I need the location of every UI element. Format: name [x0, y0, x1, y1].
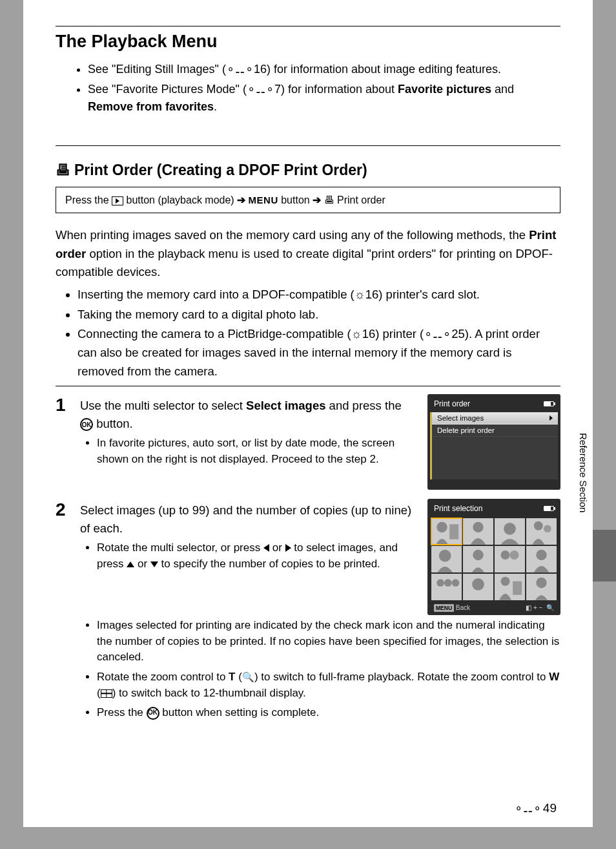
- svg-point-17: [536, 578, 546, 588]
- step-number: 2: [56, 499, 74, 521]
- list-item: Connecting the camera to a PictBridge-co…: [77, 325, 560, 381]
- step-head: 1 Use the multi selector to select Selec…: [56, 394, 415, 433]
- page-title: The Playback Menu: [56, 32, 560, 52]
- svg-rect-16: [513, 582, 522, 595]
- svg-point-13: [452, 579, 460, 587]
- ref-icon: ⚬⚋⚬: [424, 328, 451, 341]
- up-arrow-icon: [127, 561, 134, 567]
- ref-icon: ⚬⚋⚬: [514, 802, 542, 815]
- menu-item-selected: Select images: [432, 412, 558, 424]
- menu-item: Delete print order: [432, 424, 558, 437]
- thumbnail: [463, 574, 493, 600]
- screenshot-title: Print order: [434, 399, 470, 408]
- list-item: Rotate the multi selector, or press or t…: [97, 540, 415, 572]
- svg-point-10: [536, 550, 546, 560]
- camera-screenshot-print-selection: Print selection: [427, 499, 560, 615]
- down-arrow-icon: [150, 561, 158, 567]
- list-item: Images selected for printing are indicat…: [97, 618, 560, 666]
- list-item: In favorite pictures, auto sort, or list…: [97, 435, 415, 467]
- thumbnail: [495, 546, 525, 572]
- step-content: 2 Select images (up to 99) and the numbe…: [56, 499, 415, 615]
- thumbnail: [431, 574, 462, 600]
- paragraph: When printing images saved on the memory…: [56, 226, 560, 282]
- screenshot-footer: MENU Back ◧ + − 🔍: [430, 602, 558, 613]
- svg-point-0: [436, 522, 447, 532]
- thumbnail: [463, 518, 493, 545]
- thumbnail: [495, 574, 525, 600]
- svg-point-14: [472, 578, 484, 591]
- step-head: 2 Select images (up to 99) and the numbe…: [56, 499, 415, 538]
- svg-rect-1: [449, 525, 458, 540]
- thumbnail: [526, 518, 557, 545]
- playback-icon: [112, 196, 123, 205]
- page-content: The Playback Menu See "Editing Still Ima…: [23, 26, 593, 721]
- thumbnail-grid: [430, 517, 558, 602]
- print-icon: 🖶: [324, 194, 334, 205]
- screenshot-header: Print order: [430, 397, 558, 412]
- list-item: See "Favorite Pictures Mode" (⚬⚋⚬7) for …: [88, 81, 560, 116]
- svg-point-2: [473, 522, 483, 532]
- thumbnail: [526, 574, 557, 600]
- left-arrow-icon: [263, 544, 269, 552]
- camera-screenshot-print-order: Print order Select images Delete print o…: [427, 394, 560, 490]
- svg-point-12: [444, 579, 452, 587]
- step-sublist: Rotate the multi selector, or press or t…: [97, 540, 415, 572]
- thumbnail: [495, 518, 525, 545]
- screenshot-menu: Select images Delete print order: [430, 412, 558, 479]
- arrow-right-icon: ➔: [313, 194, 321, 206]
- thumbnail: [463, 546, 493, 572]
- svg-point-15: [500, 577, 509, 586]
- grid-icon: [101, 689, 112, 698]
- magnifier-icon: 🔍: [242, 671, 254, 682]
- side-tab-label: Reference Section: [578, 433, 589, 512]
- step2-continued-list: Images selected for printing are indicat…: [97, 618, 560, 721]
- svg-point-11: [436, 579, 444, 587]
- svg-point-5: [544, 525, 551, 533]
- brightness-icon: ☼: [354, 288, 365, 301]
- divider-top: [56, 26, 560, 26]
- step-content: 1 Use the multi selector to select Selec…: [56, 394, 415, 490]
- battery-icon: [544, 506, 554, 511]
- arrow-right-icon: ➔: [237, 194, 245, 206]
- intro-list: See "Editing Still Images" (⚬⚋⚬16) for i…: [88, 61, 560, 116]
- controls-label: ◧ + − 🔍: [526, 604, 554, 611]
- manual-page: The Playback Menu See "Editing Still Ima…: [23, 0, 593, 827]
- thumbnail: [431, 518, 462, 545]
- thumbnail: [526, 546, 557, 572]
- section-title: 🖶 Print Order (Creating a DPOF Print Ord…: [56, 162, 560, 179]
- screenshot-header: Print selection: [430, 501, 558, 517]
- list-item: See "Editing Still Images" (⚬⚋⚬16) for i…: [88, 61, 560, 78]
- list-item: Rotate the zoom control to T (🔍) to swit…: [97, 669, 560, 701]
- svg-point-9: [510, 550, 519, 560]
- step-title: Select images (up to 99) and the number …: [80, 499, 415, 538]
- right-arrow-icon: [285, 544, 291, 552]
- step-number: 1: [56, 394, 74, 416]
- divider-thin: [56, 386, 560, 386]
- side-tab-dark: [593, 530, 616, 582]
- divider-section: [56, 145, 560, 146]
- page-number: ⚬⚋⚬49: [514, 801, 557, 815]
- list-item: Press the OK button when setting is comp…: [97, 705, 560, 721]
- svg-point-8: [500, 550, 509, 560]
- list-item: Inserting the memory card into a DPOF-co…: [77, 286, 560, 304]
- navigation-path-box: Press the button (playback mode) ➔ MENU …: [56, 187, 560, 213]
- ref-icon: ⚬⚋⚬: [247, 83, 274, 96]
- screenshot-title: Print selection: [434, 504, 482, 513]
- ref-icon: ⚬⚋⚬: [226, 63, 254, 76]
- chevron-right-icon: [549, 415, 553, 421]
- step-2: 2 Select images (up to 99) and the numbe…: [56, 499, 560, 615]
- svg-point-7: [473, 550, 483, 560]
- list-item: Taking the memory card to a digital phot…: [77, 306, 560, 324]
- thumbnail: [431, 546, 462, 572]
- body-list: Inserting the memory card into a DPOF-co…: [77, 286, 560, 381]
- ok-icon: OK: [80, 418, 93, 431]
- step-sublist: In favorite pictures, auto sort, or list…: [97, 435, 415, 467]
- screenshot-footer: [430, 479, 558, 487]
- step-1: 1 Use the multi selector to select Selec…: [56, 394, 560, 490]
- print-icon: 🖶: [56, 162, 70, 179]
- brightness-icon: ☼: [351, 327, 362, 341]
- svg-point-4: [534, 521, 543, 530]
- menu-button-label: MENU: [249, 194, 278, 205]
- svg-point-3: [504, 523, 516, 535]
- step-title: Use the multi selector to select Select …: [80, 394, 415, 433]
